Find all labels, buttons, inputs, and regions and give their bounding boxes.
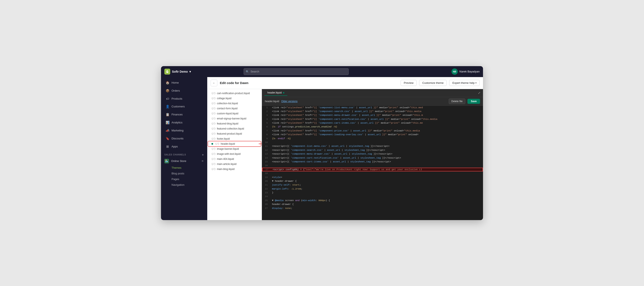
save-button[interactable]: Save <box>468 99 480 104</box>
file-name: custom-liquid.liquid <box>217 112 238 115</box>
sidebar-sub-blog-label: Blog posts <box>172 172 184 175</box>
search-input[interactable] <box>244 68 349 75</box>
content-area: ← Edit code for Dawn Preview Customize t… <box>207 77 483 220</box>
file-icon: {/} <box>212 117 216 120</box>
search-area: 🔍 <box>244 68 349 75</box>
sidebar: 🏠 Home 📦 Orders 🏷 Products 👤 Customers 📋… <box>161 77 207 220</box>
sidebar-item-discounts[interactable]: 🔖 Discounts <box>162 135 206 142</box>
file-item-custom-liquid[interactable]: {/} custom-liquid.liquid <box>208 111 261 116</box>
file-name: contact-form.liquid <box>217 107 238 110</box>
tab-modified-dot <box>283 92 284 93</box>
file-icon: {/} <box>212 148 216 150</box>
sidebar-item-online-store[interactable]: 🏪 Online Store 👁 <box>161 157 207 165</box>
code-line: 7 <link rel="stylesheet" href="{{ 'compo… <box>262 129 483 133</box>
sidebar-item-apps[interactable]: ⊞ Apps <box>162 143 206 150</box>
sidebar-item-home[interactable]: 🏠 Home <box>162 79 206 87</box>
home-icon: 🏠 <box>166 81 170 85</box>
file-item-main-404[interactable]: {/} main-404.liquid <box>208 157 261 162</box>
sidebar-label-products: Products <box>172 97 182 100</box>
sales-channels-section: SALES CHANNELS + <box>161 151 207 157</box>
file-item-image-with-text[interactable]: {/} image-with-text.liquid <box>208 152 261 157</box>
older-versions-link[interactable]: Older versions <box>281 100 298 103</box>
products-icon: 🏷 <box>166 97 170 100</box>
user-name: Narek Bayadyan <box>460 70 480 73</box>
sidebar-item-customers[interactable]: 👤 Customers <box>162 103 206 110</box>
file-item-header[interactable]: {/} header.liquid <box>208 141 261 146</box>
user-menu[interactable]: NB Narek Bayadyan <box>452 68 480 75</box>
sidebar-item-finances[interactable]: 📋 Finances <box>162 111 206 118</box>
file-icon: {/} <box>212 158 216 160</box>
back-button[interactable]: ← <box>210 80 217 86</box>
file-item-featured-blog[interactable]: {/} featured-blog.liquid <box>208 121 261 126</box>
brand-chevron: ▾ <box>189 70 191 73</box>
file-item-contact-form[interactable]: {/} contact-form.liquid <box>208 106 261 111</box>
toolbar-filename: header.liquid <box>265 100 279 103</box>
sidebar-item-products[interactable]: 🏷 Products <box>162 95 206 102</box>
file-icon: {/} <box>212 107 216 110</box>
discounts-icon: 🔖 <box>166 137 170 140</box>
file-item-main-article[interactable]: {/} main-article.liquid <box>208 162 261 167</box>
code-line: 14 <noscript>{{ 'component-cart-notifica… <box>262 156 483 160</box>
editor-body: {/} cart-notification-product.liquid {/}… <box>207 89 483 220</box>
code-line: 2 <link rel="stylesheet" href="{{ 'compo… <box>262 109 483 113</box>
tab-label: header.liquid <box>267 91 282 94</box>
code-line: 11 <noscript>{{ 'component-list-menu.css… <box>262 144 483 148</box>
file-item-image-banner[interactable]: {/} image-banner.liquid <box>208 146 261 152</box>
sidebar-sub-navigation[interactable]: Navigation <box>162 182 206 187</box>
code-line: 13 <noscript>{{ 'component-menu-drawer.c… <box>262 152 483 156</box>
sidebar-item-marketing[interactable]: 📣 Marketing <box>162 127 206 134</box>
preview-button[interactable]: Preview <box>400 80 416 86</box>
expert-help-label: Expert theme help <box>452 81 474 84</box>
file-item-featured-collection[interactable]: {/} featured-collection.liquid <box>208 126 261 131</box>
file-item-email-signup[interactable]: {/} email-signup-banner.liquid <box>208 116 261 121</box>
code-line: 20 ▼ header-drawer { <box>262 179 483 183</box>
sidebar-sub-pages-label: Pages <box>172 178 179 181</box>
sidebar-label-marketing: Marketing <box>172 129 184 132</box>
code-line: 18 <box>262 172 483 175</box>
file-item-main-blog[interactable]: {/} main-blog.liquid <box>208 167 261 172</box>
code-line: 26 header-drawer { <box>262 202 483 206</box>
brand[interactable]: Softr Demo ▾ <box>164 69 191 75</box>
add-channel-icon[interactable]: + <box>202 153 204 157</box>
editor-header: ← Edit code for Dawn Preview Customize t… <box>207 77 483 89</box>
file-icon: {/} <box>215 142 220 145</box>
sidebar-label-apps: Apps <box>172 145 178 148</box>
sidebar-item-analytics[interactable]: 📊 Analytics <box>162 119 206 126</box>
file-item-featured-product[interactable]: {/} featured-product.liquid <box>208 131 261 136</box>
app-window: Softr Demo ▾ 🔍 NB Narek Bayadyan 🏠 Home … <box>161 66 483 220</box>
file-name: featured-collection.liquid <box>217 127 244 130</box>
code-line: 23 } <box>262 191 483 195</box>
orders-icon: 📦 <box>166 89 170 93</box>
code-line: 24 <box>262 195 483 198</box>
file-item-cart-notification[interactable]: {/} cart-notification-product.liquid <box>208 91 261 96</box>
sidebar-item-orders[interactable]: 📦 Orders <box>162 87 206 95</box>
file-icon: {/} <box>212 137 216 140</box>
file-item-collage[interactable]: {/} collage.liquid <box>208 96 261 101</box>
code-line: 8 <link rel="stylesheet" href="{{ 'compo… <box>262 133 483 136</box>
delete-file-button[interactable]: Delete file <box>449 99 465 104</box>
customize-theme-button[interactable]: Customize theme <box>419 80 447 86</box>
file-name: cart-notification-product.liquid <box>217 92 250 95</box>
code-content[interactable]: 1 <link rel="stylesheet" href="{{ 'compo… <box>262 106 483 220</box>
code-line: 5 <link rel="stylesheet" href="{{ 'compo… <box>262 121 483 125</box>
sidebar-sub-pages[interactable]: Pages <box>162 177 206 182</box>
code-line: 15 <noscript>{{ 'component-cart-items.cs… <box>262 160 483 164</box>
file-item-footer[interactable]: {/} footer.liquid <box>208 136 261 141</box>
brand-name: Softr Demo <box>172 70 188 73</box>
code-line: 22 margin-left: -1.2rem; <box>262 187 483 191</box>
file-item-collection-list[interactable]: {/} collection-list.liquid <box>208 101 261 106</box>
file-name: email-signup-banner.liquid <box>217 117 246 120</box>
sales-channels-label: SALES CHANNELS <box>164 154 186 156</box>
sidebar-sub-blog-posts[interactable]: Blog posts <box>162 171 206 176</box>
apps-icon: ⊞ <box>166 145 170 149</box>
file-name: featured-product.liquid <box>217 132 242 135</box>
editor-tab-header[interactable]: header.liquid <box>264 90 287 96</box>
selection-arrow <box>259 141 262 146</box>
expand-icon[interactable]: ⤢ <box>478 91 480 95</box>
expert-help-button[interactable]: Expert theme help ▾ <box>449 80 480 86</box>
file-icon: {/} <box>212 127 216 130</box>
sidebar-sub-themes[interactable]: Themes <box>162 165 206 170</box>
sidebar-label-finances: Finances <box>172 113 183 116</box>
sidebar-label-customers: Customers <box>172 105 185 108</box>
avatar: NB <box>452 68 458 75</box>
